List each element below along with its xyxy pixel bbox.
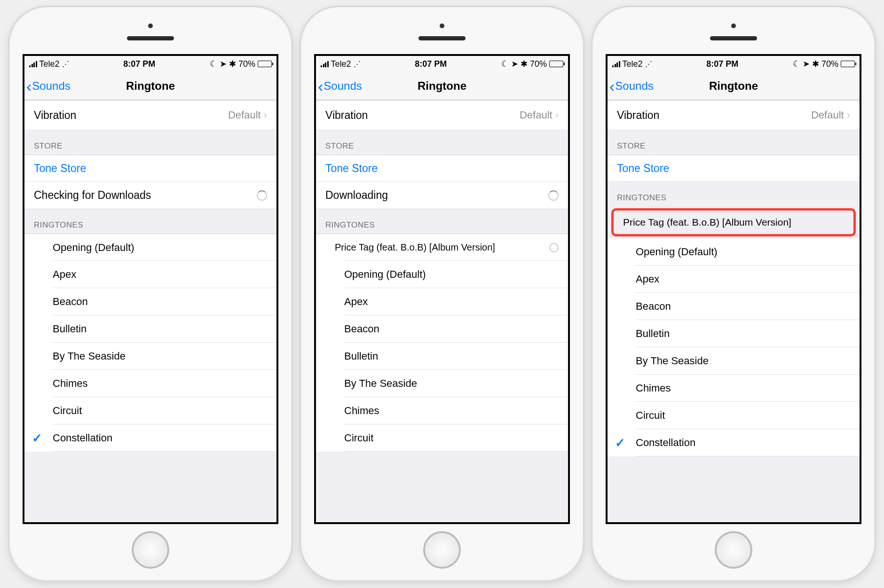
nav-bar: ‹ Sounds Ringtone xyxy=(24,72,276,100)
vibration-value: Default xyxy=(811,109,844,121)
ringtone-beacon[interactable]: Beacon xyxy=(316,315,568,343)
ringtone-constellation[interactable]: ✓ Constellation xyxy=(24,424,276,452)
screen: Tele2 ⋰ 8:07 PM ☾ ➤ ✱ 70% ‹ Sounds Ringt… xyxy=(314,54,570,524)
ringtone-seaside[interactable]: By The Seaside xyxy=(24,343,276,370)
bluetooth-icon: ✱ xyxy=(812,59,819,69)
back-button[interactable]: ‹ Sounds xyxy=(24,78,71,94)
ringtone-circuit[interactable]: Circuit xyxy=(316,424,568,452)
ringtone-chimes[interactable]: Chimes xyxy=(608,375,860,402)
ringtone-circuit[interactable]: Circuit xyxy=(608,402,860,429)
store-header: STORE xyxy=(24,130,276,155)
spinner-icon xyxy=(257,190,267,201)
carrier-label: Tele2 xyxy=(331,59,351,69)
tone-store-row[interactable]: Tone Store xyxy=(24,155,276,182)
chevron-right-icon: › xyxy=(847,109,850,121)
check-icon: ✓ xyxy=(32,431,42,446)
phone-frame: Tele2 ⋰ 8:07 PM ☾ ➤ ✱ 70% ‹ Sounds Ringt… xyxy=(301,7,583,580)
dnd-icon: ☾ xyxy=(793,59,800,69)
vibration-value: Default xyxy=(520,109,552,121)
back-button[interactable]: ‹ Sounds xyxy=(316,78,362,94)
download-status-label: Checking for Downloads xyxy=(34,189,151,202)
vibration-row[interactable]: Vibration Default › xyxy=(608,100,860,130)
ringtone-apex[interactable]: Apex xyxy=(608,266,860,293)
status-time: 8:07 PM xyxy=(415,59,447,69)
ringtone-circuit[interactable]: Circuit xyxy=(24,397,276,424)
wifi-icon: ⋰ xyxy=(354,60,361,68)
vibration-row[interactable]: Vibration Default › xyxy=(316,100,568,130)
ringtone-beacon[interactable]: Beacon xyxy=(608,293,860,320)
nav-bar: ‹ Sounds Ringtone xyxy=(316,72,568,100)
ringtone-seaside[interactable]: By The Seaside xyxy=(316,370,568,397)
signal-icon xyxy=(29,61,37,67)
wifi-icon: ⋰ xyxy=(62,60,69,68)
status-bar: Tele2 ⋰ 8:07 PM ☾ ➤ ✱ 70% xyxy=(316,56,568,72)
download-indicator-icon xyxy=(549,243,559,252)
ringtone-chimes[interactable]: Chimes xyxy=(24,370,276,397)
speaker-slot xyxy=(710,36,757,40)
chevron-left-icon: ‹ xyxy=(318,78,323,94)
screen: Tele2 ⋰ 8:07 PM ☾ ➤ ✱ 70% ‹ Sounds Ringt… xyxy=(23,54,278,524)
spinner-icon xyxy=(548,190,559,201)
battery-icon xyxy=(841,61,855,67)
ringtones-header: RINGTONES xyxy=(316,209,568,234)
ringtone-bulletin[interactable]: Bulletin xyxy=(316,343,568,370)
speaker-slot xyxy=(418,36,466,40)
carrier-label: Tele2 xyxy=(39,59,60,69)
screen: Tele2 ⋰ 8:07 PM ☾ ➤ ✱ 70% ‹ Sounds Ringt… xyxy=(606,54,861,524)
tone-store-label: Tone Store xyxy=(325,162,378,175)
home-button[interactable] xyxy=(715,531,752,569)
back-label: Sounds xyxy=(615,79,653,93)
vibration-row[interactable]: Vibration Default › xyxy=(24,100,276,130)
ringtone-opening[interactable]: Opening (Default) xyxy=(24,234,276,261)
signal-icon xyxy=(321,61,329,67)
tone-store-label: Tone Store xyxy=(34,162,86,175)
tone-store-row[interactable]: Tone Store xyxy=(316,155,568,182)
back-label: Sounds xyxy=(32,79,70,93)
wifi-icon: ⋰ xyxy=(645,60,652,68)
ringtone-opening[interactable]: Opening (Default) xyxy=(608,238,860,266)
ringtone-price-tag[interactable]: Price Tag (feat. B.o.B) [Album Version] xyxy=(316,234,568,261)
battery-icon xyxy=(549,61,563,67)
ringtone-apex[interactable]: Apex xyxy=(24,261,276,288)
vibration-label: Vibration xyxy=(34,109,76,122)
ringtone-bulletin[interactable]: Bulletin xyxy=(608,320,860,347)
chevron-left-icon: ‹ xyxy=(26,78,32,94)
content: Vibration Default › STORE Tone Store Dow… xyxy=(316,100,568,522)
highlight-annotation: Price Tag (feat. B.o.B) [Album Version] xyxy=(611,208,856,236)
dnd-icon: ☾ xyxy=(501,59,509,69)
nav-bar: ‹ Sounds Ringtone xyxy=(608,72,860,100)
battery-pct: 70% xyxy=(530,59,547,69)
ringtone-bulletin[interactable]: Bulletin xyxy=(24,315,276,343)
bluetooth-icon: ✱ xyxy=(229,59,236,69)
download-status-row[interactable]: Checking for Downloads xyxy=(24,182,276,209)
ringtone-opening[interactable]: Opening (Default) xyxy=(316,261,568,288)
ringtone-beacon[interactable]: Beacon xyxy=(24,288,276,315)
check-icon: ✓ xyxy=(615,436,625,450)
phone-frame: Tele2 ⋰ 8:07 PM ☾ ➤ ✱ 70% ‹ Sounds Ringt… xyxy=(9,7,292,580)
store-header: STORE xyxy=(316,130,568,155)
tone-store-row[interactable]: Tone Store xyxy=(608,155,860,182)
download-status-label: Downloading xyxy=(325,189,388,202)
ringtone-price-tag[interactable]: Price Tag (feat. B.o.B) [Album Version] xyxy=(614,211,853,234)
home-button[interactable] xyxy=(132,531,169,569)
speaker-slot xyxy=(127,36,174,40)
location-icon: ➤ xyxy=(511,59,518,69)
ringtone-apex[interactable]: Apex xyxy=(316,288,568,315)
phone-frame: Tele2 ⋰ 8:07 PM ☾ ➤ ✱ 70% ‹ Sounds Ringt… xyxy=(592,7,875,580)
battery-pct: 70% xyxy=(238,59,255,69)
location-icon: ➤ xyxy=(220,59,227,69)
back-button[interactable]: ‹ Sounds xyxy=(608,78,654,94)
bluetooth-icon: ✱ xyxy=(521,59,528,69)
status-time: 8:07 PM xyxy=(706,59,738,69)
download-status-row[interactable]: Downloading xyxy=(316,182,568,209)
vibration-label: Vibration xyxy=(617,109,659,122)
dnd-icon: ☾ xyxy=(210,59,217,69)
carrier-label: Tele2 xyxy=(623,59,643,69)
battery-pct: 70% xyxy=(821,59,838,69)
ringtone-chimes[interactable]: Chimes xyxy=(316,397,568,424)
ringtone-constellation[interactable]: ✓ Constellation xyxy=(608,429,860,456)
home-button[interactable] xyxy=(423,531,461,569)
vibration-label: Vibration xyxy=(325,109,368,122)
ringtone-seaside[interactable]: By The Seaside xyxy=(608,347,860,375)
content: Vibration Default › STORE Tone Store Che… xyxy=(24,100,276,522)
